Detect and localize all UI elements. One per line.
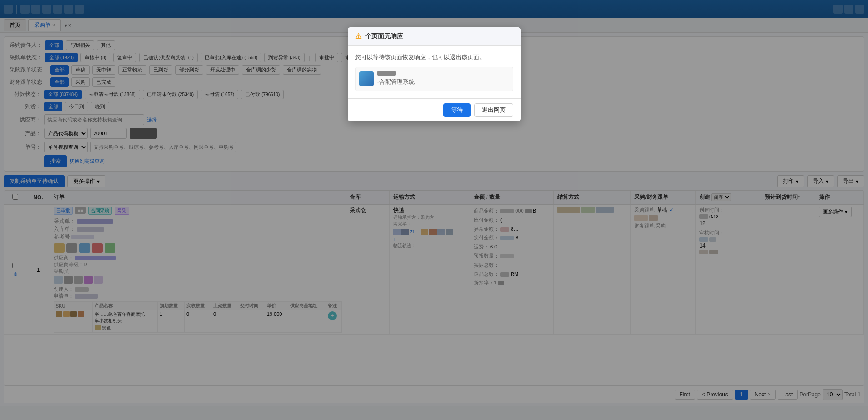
modal-header: ⚠ 个页面无响应: [348, 27, 521, 46]
exit-button[interactable]: 退出网页: [474, 103, 513, 117]
modal-title: 个页面无响应: [365, 32, 403, 40]
app-icon: [359, 71, 374, 86]
modal-overlay: ⚠ 个页面无响应 您可以等待该页面恢复响应，也可以退出该页面。 -合配管理系统 …: [0, 0, 868, 406]
app-name: -合配管理系统: [377, 78, 415, 85]
modal-body: 您可以等待该页面恢复响应，也可以退出该页面。 -合配管理系统: [348, 46, 521, 98]
modal-app-info: -合配管理系统: [355, 67, 513, 91]
modal-message: 您可以等待该页面恢复响应，也可以退出该页面。: [355, 53, 513, 62]
unresponsive-modal: ⚠ 个页面无响应 您可以等待该页面恢复响应，也可以退出该页面。 -合配管理系统 …: [348, 27, 521, 121]
modal-footer: 等待 退出网页: [348, 98, 521, 121]
wait-button[interactable]: 等待: [443, 103, 471, 117]
warning-icon: ⚠: [355, 32, 361, 40]
